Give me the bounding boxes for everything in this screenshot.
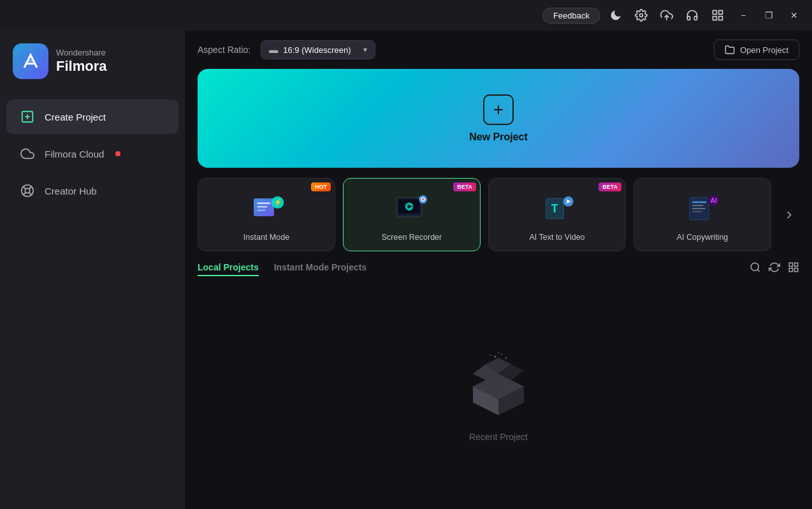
layout-icon[interactable] <box>707 5 728 26</box>
svg-line-16 <box>24 193 26 195</box>
shortcut-ai-text-to-video[interactable]: BETA T AI Text to Video <box>488 178 626 251</box>
svg-rect-37 <box>692 208 706 209</box>
shortcuts-more-button[interactable] <box>779 178 799 251</box>
restore-button[interactable]: ❐ <box>758 5 779 26</box>
shortcut-ai-copywriting[interactable]: AI AI Copywriting <box>634 178 771 251</box>
sidebar-item-filmora-cloud[interactable]: Filmora Cloud <box>6 136 178 171</box>
svg-text:⚡: ⚡ <box>273 198 282 207</box>
sidebar: Wondershare Filmora Create Project Filmo… <box>0 31 185 509</box>
beta-badge-aitv: BETA <box>598 182 621 191</box>
sidebar-item-creator-hub[interactable]: Creator Hub <box>6 173 178 208</box>
empty-box-icon <box>460 351 537 422</box>
instant-mode-icon: ⚡ <box>246 188 287 229</box>
svg-rect-46 <box>789 269 792 272</box>
grid-view-icon[interactable] <box>788 262 799 276</box>
feedback-button[interactable]: Feedback <box>542 8 600 24</box>
ai-copywriting-label: AI Copywriting <box>677 233 729 242</box>
svg-rect-38 <box>692 211 701 212</box>
svg-text:AI: AI <box>710 197 717 204</box>
svg-point-48 <box>495 355 497 357</box>
product-name: Filmora <box>56 58 106 75</box>
screen-recorder-icon <box>391 188 432 229</box>
theme-icon[interactable] <box>605 5 626 26</box>
support-icon[interactable] <box>682 5 702 26</box>
create-project-icon <box>19 108 36 125</box>
logo-text: Wondershare Filmora <box>56 48 106 75</box>
svg-point-52 <box>498 352 499 353</box>
open-project-button[interactable]: Open Project <box>714 40 799 60</box>
svg-line-43 <box>757 269 759 271</box>
hot-badge: HOT <box>311 182 331 191</box>
svg-point-51 <box>490 355 491 356</box>
empty-state: Recent Project <box>185 284 812 509</box>
upload-icon[interactable] <box>656 5 677 26</box>
ai-text-to-video-icon: T <box>537 188 577 229</box>
creator-hub-icon <box>19 182 36 199</box>
open-folder-icon <box>725 45 735 55</box>
aspect-ratio-value: 16:9 (Widescreen) <box>283 45 351 55</box>
aspect-ratio-select[interactable]: ▬ 16:9 (Widescreen) ▾ <box>261 40 375 59</box>
svg-point-42 <box>751 263 758 270</box>
tab-instant-mode-projects[interactable]: Instant Mode Projects <box>274 262 366 276</box>
aspect-ratio-icon: ▬ <box>269 45 278 55</box>
screen-recorder-label: Screen Recorder <box>382 233 442 242</box>
svg-line-15 <box>29 187 31 189</box>
top-bar: Aspect Ratio: ▬ 16:9 (Widescreen) ▾ Open… <box>185 31 812 69</box>
new-project-label: New Project <box>469 131 528 143</box>
svg-rect-2 <box>713 11 717 15</box>
svg-point-0 <box>640 14 643 17</box>
beta-badge-screen: BETA <box>453 182 476 191</box>
svg-line-12 <box>24 187 26 189</box>
creator-hub-label: Creator Hub <box>45 186 97 196</box>
projects-actions <box>750 262 799 276</box>
shortcut-screen-recorder[interactable]: BETA Screen Recorder <box>343 178 481 251</box>
projects-header: Local Projects Instant Mode Projects <box>185 262 812 284</box>
content-area: Aspect Ratio: ▬ 16:9 (Widescreen) ▾ Open… <box>185 31 812 509</box>
svg-rect-47 <box>795 269 798 272</box>
ai-copywriting-icon: AI <box>682 188 723 229</box>
svg-rect-45 <box>795 263 798 266</box>
shortcuts-row: HOT ⚡ Instant Mode BETA <box>185 178 812 262</box>
refresh-icon[interactable] <box>769 262 780 276</box>
svg-rect-35 <box>692 201 706 202</box>
aspect-chevron-icon: ▾ <box>363 45 367 54</box>
svg-rect-19 <box>257 206 268 207</box>
sidebar-item-create-project[interactable]: Create Project <box>6 100 178 134</box>
notification-dot <box>115 151 120 156</box>
filmora-cloud-icon <box>19 145 36 162</box>
shortcut-instant-mode[interactable]: HOT ⚡ Instant Mode <box>198 178 335 251</box>
svg-rect-5 <box>719 17 723 20</box>
app-logo-icon <box>13 43 48 79</box>
svg-rect-20 <box>257 209 266 210</box>
settings-icon[interactable] <box>631 5 651 26</box>
svg-line-13 <box>29 193 32 195</box>
svg-rect-44 <box>789 263 792 266</box>
minimize-button[interactable]: − <box>733 5 753 26</box>
search-icon[interactable] <box>750 262 761 276</box>
svg-point-6 <box>28 59 33 64</box>
logo-area: Wondershare Filmora <box>0 31 185 98</box>
svg-point-29 <box>422 198 424 200</box>
new-project-plus-icon: + <box>483 94 514 125</box>
empty-state-label: Recent Project <box>469 432 528 442</box>
filmora-cloud-label: Filmora Cloud <box>45 149 104 159</box>
aspect-ratio-label: Aspect Ratio: <box>198 45 250 55</box>
svg-point-49 <box>501 353 502 355</box>
svg-rect-36 <box>692 205 704 206</box>
svg-point-50 <box>505 357 507 358</box>
open-project-label: Open Project <box>740 45 788 55</box>
titlebar: Feedback − ❐ ✕ <box>0 0 812 31</box>
svg-point-11 <box>25 188 29 193</box>
svg-rect-4 <box>713 17 717 20</box>
main-layout: Wondershare Filmora Create Project Filmo… <box>0 31 812 509</box>
tab-local-projects[interactable]: Local Projects <box>198 262 259 276</box>
svg-text:T: T <box>551 202 558 215</box>
instant-mode-label: Instant Mode <box>243 233 289 242</box>
new-project-card[interactable]: + New Project <box>198 69 799 168</box>
close-button[interactable]: ✕ <box>784 5 804 26</box>
company-name: Wondershare <box>56 48 106 58</box>
create-project-label: Create Project <box>45 112 106 122</box>
ai-text-to-video-label: AI Text to Video <box>529 233 584 242</box>
svg-rect-3 <box>719 11 723 15</box>
svg-rect-18 <box>257 202 271 203</box>
